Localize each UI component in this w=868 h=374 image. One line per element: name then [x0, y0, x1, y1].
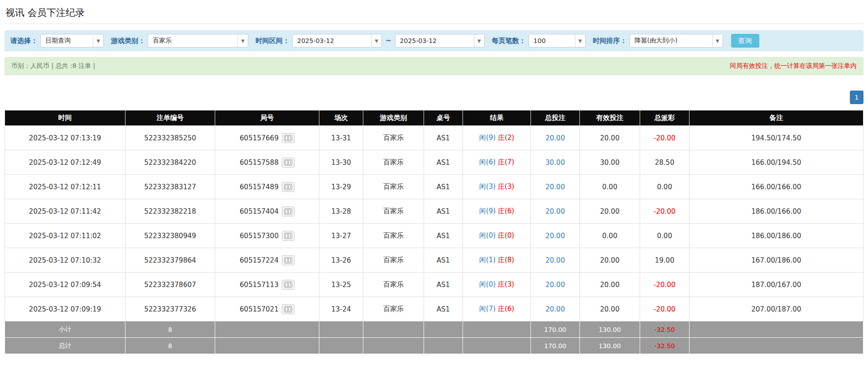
time-cell: 2025-03-12 07:13:19: [5, 126, 125, 150]
game-type-label: 游戏类别：: [111, 37, 145, 45]
page-size-select[interactable]: 100 ▼: [529, 34, 586, 48]
empty-cell: [363, 321, 424, 338]
time-sort-label: 时间排序：: [593, 37, 627, 45]
empty-cell: [424, 338, 463, 354]
game-type-cell: 百家乐: [363, 224, 424, 248]
header-note: 备注: [690, 110, 863, 126]
view-cards-icon[interactable]: [282, 280, 294, 290]
chevron-down-icon[interactable]: ▼: [474, 34, 484, 47]
chevron-down-icon[interactable]: ▼: [712, 34, 723, 47]
total-bet-cell: 20.00: [531, 126, 580, 150]
session-cell: 13-26: [319, 248, 363, 273]
date-to-value: 2025-03-12: [395, 37, 474, 44]
result-banker: 庄(2): [498, 134, 514, 142]
query-type-label: 请选择：: [10, 37, 38, 45]
session-cell: 13-29: [319, 175, 363, 199]
session-cell: 13-30: [319, 150, 363, 175]
date-from-value: 2025-03-12: [293, 37, 371, 44]
result-player: 闲(6): [479, 158, 496, 166]
view-cards-icon[interactable]: [282, 255, 294, 265]
session-cell: 13-27: [319, 224, 363, 248]
result-player: 闲(9): [479, 134, 496, 142]
table-no-cell: AS1: [424, 150, 463, 175]
chevron-down-icon[interactable]: ▼: [237, 34, 248, 47]
total-bet-link[interactable]: 20.00: [545, 305, 565, 313]
page-button-1[interactable]: 1: [850, 91, 863, 104]
valid-bet-cell: 20.00: [580, 248, 640, 273]
note-cell: 187.00/167.00: [690, 273, 863, 297]
time-sort-select[interactable]: 降冪(由大到小) ▼: [630, 34, 723, 48]
subtotal-valid-bet: 130.00: [580, 321, 640, 338]
total-bet-link[interactable]: 20.00: [545, 281, 565, 289]
pagination-top: 1: [5, 91, 863, 104]
total-bet-link[interactable]: 20.00: [545, 134, 565, 142]
valid-bet-cell: 20.00: [580, 199, 640, 224]
header-table-no: 桌号: [424, 110, 463, 126]
empty-cell: [424, 321, 463, 338]
note-cell: 194.50/174.50: [690, 126, 863, 150]
payout-cell: 0.00: [640, 224, 690, 248]
game-type-cell: 百家乐: [363, 199, 424, 224]
header-result: 结果: [463, 110, 531, 126]
chevron-down-icon[interactable]: ▼: [371, 34, 381, 47]
table-no-cell: AS1: [424, 273, 463, 297]
result-cell: 闲(7) 庄(6): [463, 297, 531, 321]
page-size-label: 每页笔数：: [492, 37, 526, 45]
table-header-row: 时间 注单编号 局号 场次 游戏类别 桌号 结果 总投注 有效投注 总派彩 备注: [5, 110, 863, 126]
bet-id-cell: 522332378607: [125, 273, 215, 297]
date-to-select[interactable]: 2025-03-12 ▼: [395, 34, 485, 48]
view-cards-icon[interactable]: [282, 158, 294, 168]
result-cell: 闲(0) 庄(0): [463, 224, 531, 248]
round-number: 605157588: [240, 158, 279, 167]
empty-cell: [215, 321, 319, 338]
header-valid-bet: 有效投注: [580, 110, 640, 126]
total-bet-link[interactable]: 20.00: [545, 256, 565, 264]
total-bet-link[interactable]: 20.00: [545, 232, 565, 240]
total-bet-link[interactable]: 30.00: [545, 158, 565, 167]
payout-cell: 0.00: [640, 175, 690, 199]
total-bet-link[interactable]: 20.00: [545, 207, 565, 216]
table-row: 2025-03-12 07:11:02 522332380949 6051573…: [5, 224, 863, 248]
result-player: 闲(0): [479, 231, 496, 240]
total-bet-cell: 20.00: [531, 224, 580, 248]
valid-bet-cell: 20.00: [580, 126, 640, 150]
session-cell: 13-24: [319, 297, 363, 321]
total-bet-cell: 20.00: [531, 175, 580, 199]
bet-id-cell: 522332382218: [125, 199, 215, 224]
valid-bet-cell: 0.00: [580, 224, 640, 248]
view-cards-icon[interactable]: [282, 231, 294, 241]
result-banker: 庄(6): [498, 305, 514, 313]
header-payout: 总派彩: [640, 110, 690, 126]
payout-cell: -20.00: [640, 297, 690, 321]
payout-cell: 19.00: [640, 248, 690, 273]
view-cards-icon[interactable]: [282, 133, 294, 143]
table-no-cell: AS1: [424, 224, 463, 248]
subtotal-total-bet: 170.00: [531, 321, 580, 338]
subtotal-row: 小计 8 170.00 130.00 -32.50: [5, 321, 863, 338]
result-cell: 闲(9) 庄(2): [463, 126, 531, 150]
view-cards-icon[interactable]: [282, 182, 294, 192]
table-no-cell: AS1: [424, 297, 463, 321]
result-banker: 庄(0): [498, 231, 514, 240]
result-cell: 闲(0) 庄(3): [463, 273, 531, 297]
view-cards-icon[interactable]: [282, 206, 294, 216]
round-cell: 605157669: [215, 126, 319, 150]
view-cards-icon[interactable]: [282, 304, 294, 314]
note-cell: 166.00/194.50: [690, 150, 863, 175]
subtotal-count: 8: [125, 321, 215, 338]
chevron-down-icon[interactable]: ▼: [575, 34, 585, 47]
time-sort-value: 降冪(由大到小): [630, 37, 712, 45]
query-type-value: 日期查询: [41, 37, 93, 45]
bet-records-table: 时间 注单编号 局号 场次 游戏类别 桌号 结果 总投注 有效投注 总派彩 备注…: [5, 110, 863, 354]
game-type-select[interactable]: 百家乐 ▼: [148, 34, 248, 48]
total-bet-link[interactable]: 20.00: [545, 183, 565, 191]
round-number: 605157224: [240, 256, 279, 264]
query-type-select[interactable]: 日期查询 ▼: [40, 34, 104, 48]
date-from-select[interactable]: 2025-03-12 ▼: [292, 34, 382, 48]
header-round: 局号: [215, 110, 319, 126]
note-cell: 166.00/166.00: [690, 175, 863, 199]
search-button[interactable]: 查询: [731, 34, 759, 48]
chevron-down-icon[interactable]: ▼: [93, 34, 103, 47]
total-count: 8: [125, 338, 215, 354]
result-cell: 闲(3) 庄(3): [463, 175, 531, 199]
